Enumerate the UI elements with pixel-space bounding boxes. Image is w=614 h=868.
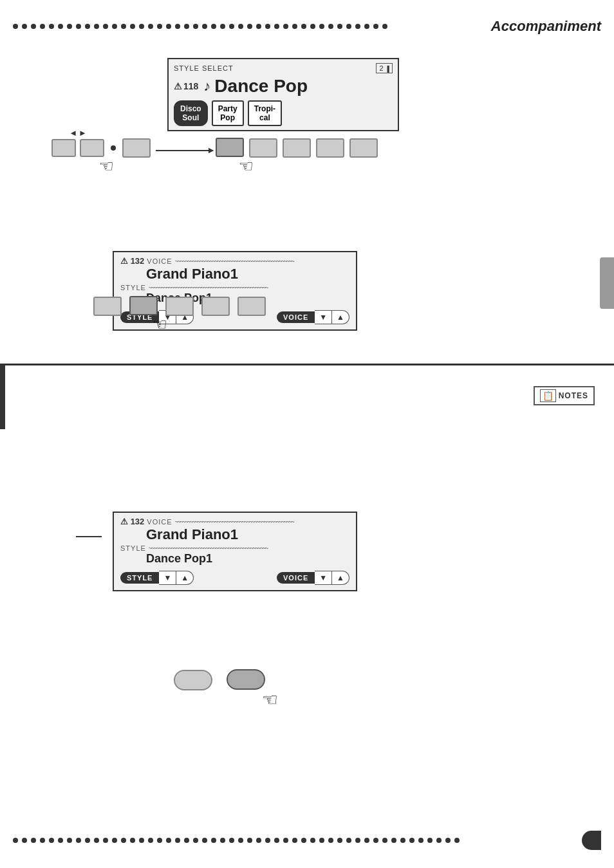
dot	[454, 838, 460, 843]
dot	[328, 24, 333, 29]
dot	[292, 24, 297, 29]
dot	[355, 838, 360, 843]
voice-display-bottom: ⚠ 132 VOICE ~~~~~~~~~~~~~~~~~~~~~~~~~~~~…	[113, 512, 357, 591]
style-button-tropical[interactable]: Tropi- cal	[248, 100, 282, 126]
dot	[22, 838, 27, 843]
dot	[175, 24, 180, 29]
style-button-disco-soul[interactable]: Disco Soul	[174, 100, 208, 126]
bottom-oval-btn-1[interactable]	[174, 670, 212, 690]
style-down-button-bottom[interactable]: ▼	[159, 571, 176, 584]
style-up-button-bottom[interactable]: ▲	[176, 571, 193, 584]
dot	[220, 838, 225, 843]
display-main-row: ⚠ 118 ♪ Dance Pop	[174, 76, 393, 97]
style-control-label-bottom: STYLE	[120, 572, 159, 584]
voice-up-button-bottom[interactable]: ▲	[332, 571, 349, 584]
dot	[256, 24, 261, 29]
dot	[400, 838, 405, 843]
dot	[184, 838, 189, 843]
bottom-oval-buttons: ☞	[174, 669, 265, 691]
dot	[202, 838, 207, 843]
dot	[40, 838, 45, 843]
dot	[94, 838, 99, 843]
voice-header-row-bottom: ⚠ 132 VOICE ~~~~~~~~~~~~~~~~~~~~~~~~~~~~…	[120, 517, 349, 526]
pointer-line	[76, 536, 102, 537]
blank-button-5[interactable]	[349, 138, 378, 158]
nav-left-button[interactable]	[51, 139, 76, 157]
voice-kb-btn-2[interactable]	[129, 296, 158, 315]
voice-kb-btn-4[interactable]	[201, 297, 230, 316]
dot	[13, 838, 18, 843]
dot	[229, 24, 234, 29]
notes-badge: 📋 NOTES	[534, 386, 595, 405]
voice-up-button[interactable]: ▲	[332, 311, 349, 324]
style-control-group-bottom: STYLE ▼ ▲	[120, 571, 194, 585]
bottom-oval-btn-2-container: ☞	[227, 669, 265, 691]
nav-right-button-container: ☞	[80, 139, 104, 158]
style-button-party-pop[interactable]: Party Pop	[212, 100, 244, 126]
dot	[229, 838, 234, 843]
style-name: ♪ Dance Pop	[203, 76, 308, 97]
blank-button-4[interactable]	[316, 138, 344, 158]
voice-down-button[interactable]: ▼	[315, 311, 331, 324]
dot	[166, 838, 171, 843]
number-label-bottom: ⚠ 132	[120, 517, 144, 526]
hand-pointer-2-icon: ☞	[239, 156, 254, 176]
dot	[193, 838, 198, 843]
dot	[121, 838, 126, 843]
blank-button-2[interactable]	[249, 138, 277, 158]
number-label: ⚠ 132	[120, 256, 144, 266]
dot	[85, 24, 90, 29]
dot	[364, 24, 369, 29]
voice-control-group-bottom: VOICE ▼ ▲	[277, 571, 349, 585]
dot	[346, 838, 351, 843]
dot	[238, 838, 243, 843]
style-name-row-bottom: Dance Pop1	[120, 552, 349, 566]
dot	[103, 24, 108, 29]
dot	[373, 24, 378, 29]
dot	[256, 838, 261, 843]
dot	[49, 838, 54, 843]
voice-label: VOICE	[147, 257, 172, 265]
style-select-label: STYLE SELECT	[174, 64, 234, 72]
voice-kb-btn-1[interactable]	[93, 297, 122, 316]
dot	[148, 838, 153, 843]
sidebar-tab	[600, 257, 614, 309]
blank-button-3[interactable]	[283, 138, 311, 158]
dot	[319, 24, 324, 29]
nav-right-button[interactable]	[80, 139, 104, 157]
voice-header-row: ⚠ 132 VOICE ~~~~~~~~~~~~~~~~~~~~~~~~~~~~…	[120, 256, 349, 266]
dot	[427, 838, 433, 843]
dot	[49, 24, 54, 29]
voice-name-row: Grand Piano1	[120, 266, 349, 282]
voice-display-top: ⚠ 132 VOICE ~~~~~~~~~~~~~~~~~~~~~~~~~~~~…	[113, 251, 357, 331]
dot	[337, 838, 342, 843]
style-header-row-bottom: STYLE ~~~~~~~~~~~~~~~~~~~~~~~~~~~~~~~~~~…	[120, 544, 349, 552]
blank-button-1[interactable]	[122, 138, 151, 158]
dot	[157, 24, 162, 29]
dot	[130, 838, 135, 843]
voice-control-label-bottom: VOICE	[277, 572, 315, 584]
dot	[382, 838, 387, 843]
keyboard-buttons-top: ◄ ► ☞ ► ☞	[51, 127, 378, 158]
voice-kb-btn-5[interactable]	[237, 297, 266, 316]
dot	[445, 838, 451, 843]
dot	[247, 838, 252, 843]
dots-line	[13, 24, 478, 29]
arrow-line: ►	[156, 150, 210, 151]
voice-kb-btn-3[interactable]	[165, 297, 194, 316]
nav-arrows: ◄ ►	[69, 128, 87, 138]
dot	[391, 838, 396, 843]
dot	[364, 838, 369, 843]
bottom-oval-btn-2[interactable]	[227, 669, 265, 690]
dot	[67, 24, 72, 29]
nav-arrows-group: ◄ ► ☞	[51, 128, 104, 158]
voice-down-button-bottom[interactable]: ▼	[315, 571, 331, 584]
dot	[202, 24, 207, 29]
style-label-top: STYLE	[120, 284, 146, 291]
voice-controls-bottom: STYLE ▼ ▲ VOICE ▼ ▲	[120, 571, 349, 585]
voice-wavy-bottom: ~~~~~~~~~~~~~~~~~~~~~~~~~~~~~~~~~~~~~~~~…	[175, 519, 349, 526]
style-number: ⚠ 118	[174, 81, 198, 91]
display-page-indicator: 2 ▐	[376, 63, 393, 73]
style-select-button[interactable]	[216, 138, 244, 157]
dot	[346, 24, 351, 29]
